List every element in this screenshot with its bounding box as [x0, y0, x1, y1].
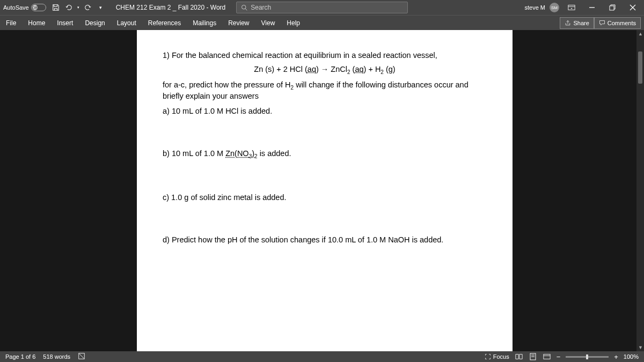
web-layout-icon[interactable]: [543, 352, 551, 361]
tab-help[interactable]: Help: [281, 16, 306, 30]
document-title: CHEM 212 Exam 2 _ Fall 2020 - Word: [116, 4, 226, 11]
titlebar-right: steve M SM: [524, 2, 641, 13]
svg-point-0: [242, 5, 246, 10]
document-canvas[interactable]: 1) For the balanced chemical reaction at…: [0, 30, 644, 351]
zoom-slider[interactable]: [566, 356, 609, 358]
tab-design[interactable]: Design: [79, 16, 111, 30]
tab-view[interactable]: View: [255, 16, 281, 30]
tab-insert[interactable]: Insert: [51, 16, 79, 30]
comments-icon: [599, 20, 605, 26]
tab-file[interactable]: File: [0, 16, 22, 30]
question-b: b) 10 mL of 1.0 M Zn(NO3)2 is added.: [163, 149, 487, 160]
read-mode-icon[interactable]: [515, 352, 523, 361]
undo-dropdown-icon[interactable]: ▾: [76, 2, 80, 13]
zoom-level[interactable]: 100%: [624, 353, 639, 360]
focus-button[interactable]: Focus: [485, 353, 509, 360]
restore-icon[interactable]: [604, 2, 620, 13]
equation: Zn (s) + 2 HCl (aq) → ZnCl2 (aq) + H2 (g…: [163, 64, 487, 76]
svg-rect-2: [568, 5, 575, 10]
search-icon: [241, 4, 247, 11]
search-placeholder: Search: [251, 4, 271, 11]
zoom-out-icon[interactable]: −: [557, 353, 561, 361]
search-box[interactable]: Search: [236, 2, 408, 13]
comments-button[interactable]: Comments: [594, 17, 641, 29]
zoom-in-icon[interactable]: +: [614, 353, 618, 361]
status-right: Focus − + 100%: [485, 352, 639, 361]
page-indicator[interactable]: Page 1 of 6: [5, 353, 35, 360]
svg-rect-5: [610, 6, 614, 10]
save-icon[interactable]: [50, 2, 61, 13]
title-bar: AutoSave Off ▾ ▾ CHEM 212 Exam 2 _ Fall …: [0, 0, 644, 15]
svg-line-9: [79, 354, 84, 359]
autosave-toggle[interactable]: Off: [31, 4, 46, 11]
tab-home[interactable]: Home: [22, 16, 51, 30]
redo-icon[interactable]: [83, 2, 93, 13]
question-a: a) 10 mL of 1.0 M HCl is added.: [163, 106, 487, 117]
vertical-scrollbar[interactable]: ▲ ▼: [636, 30, 644, 351]
tab-references[interactable]: References: [142, 16, 187, 30]
quick-access-toolbar: ▾ ▾: [50, 2, 106, 13]
customize-qat-icon[interactable]: ▾: [96, 2, 106, 13]
scroll-down-icon[interactable]: ▼: [638, 345, 643, 350]
minimize-icon[interactable]: [584, 2, 600, 13]
autosave-group: AutoSave Off: [3, 4, 46, 11]
close-icon[interactable]: [625, 2, 641, 13]
share-label: Share: [573, 20, 589, 26]
status-bar: Page 1 of 6 518 words Focus − + 100%: [0, 351, 644, 362]
tab-review[interactable]: Review: [222, 16, 255, 30]
scroll-thumb[interactable]: [638, 51, 642, 84]
toggle-knob: Off: [32, 5, 38, 10]
tab-layout[interactable]: Layout: [111, 16, 142, 30]
word-count[interactable]: 518 words: [43, 353, 70, 360]
spellcheck-icon[interactable]: [78, 352, 85, 361]
q1-intro: 1) For the balanced chemical reaction at…: [163, 50, 487, 61]
svg-rect-13: [544, 354, 550, 359]
focus-icon: [485, 353, 491, 360]
scroll-up-icon[interactable]: ▲: [638, 31, 643, 36]
svg-line-1: [245, 9, 247, 10]
question-d: d) Predict how the pH of the solution ch…: [163, 235, 487, 246]
share-button[interactable]: Share: [560, 17, 594, 29]
ribbon-display-icon[interactable]: [564, 2, 580, 13]
zoom-slider-thumb[interactable]: [586, 354, 588, 359]
avatar[interactable]: SM: [550, 3, 559, 12]
page: 1) For the balanced chemical reaction at…: [137, 30, 513, 351]
comments-label: Comments: [608, 20, 636, 26]
question-c: c) 1.0 g of solid zinc metal is added.: [163, 193, 487, 203]
user-name: steve M: [524, 4, 545, 11]
share-icon: [565, 20, 571, 26]
print-layout-icon[interactable]: [529, 352, 537, 361]
ribbon-tabs: File Home Insert Design Layout Reference…: [0, 15, 644, 30]
tab-mailings[interactable]: Mailings: [187, 16, 222, 30]
undo-icon[interactable]: [63, 2, 74, 13]
autosave-label: AutoSave: [3, 4, 29, 11]
q1-instructions: for a-c, predict how the pressure of H2 …: [163, 80, 487, 102]
